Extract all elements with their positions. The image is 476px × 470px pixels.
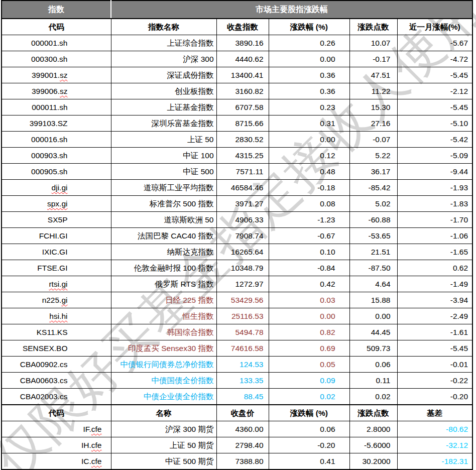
close-index-cell: 46584.46: [216, 180, 269, 196]
pct-change-cell: 0.48: [269, 164, 349, 180]
index-name-cell: 道琼斯欧洲 50: [111, 212, 216, 228]
month-change-cell: -1.06: [397, 228, 472, 244]
points-change-cell: -0.17: [349, 51, 397, 67]
close-index-cell: 1272.97: [216, 276, 269, 292]
code-cell: IXIC.GI: [2, 244, 111, 260]
code-text: 399006.: [32, 87, 60, 95]
points-change-cell: 21.51: [349, 244, 397, 260]
close-index-cell: 8715.66: [216, 115, 269, 132]
col-header-close: 收盘指数: [216, 19, 269, 35]
index-table-row: FCHI.GI 法国巴黎 CAC40 指数 7908.74 -0.67 -53.…: [2, 228, 472, 244]
futures-header-section: 代码 名称 收盘价 涨跌幅 (%) 涨跌点数 基差: [2, 405, 472, 421]
close-index-cell: 6707.58: [216, 99, 269, 115]
code-cell: 000903.sh: [2, 148, 111, 164]
futures-close-cell: 4360.00: [216, 421, 269, 437]
market-index-table: 指数 市场主要股指涨跌幅 代码 指数名称 收盘指数 涨跌幅 (%) 涨跌点数 近…: [1, 0, 473, 470]
index-table-row: IXIC.GI 纳斯达克指数 16265.64 0.10 21.51 -1.65: [2, 244, 472, 260]
index-name-cell: 标准普尔 500 指数: [111, 196, 216, 212]
index-name-cell: 上证 50: [111, 132, 216, 148]
report-page: 仅限好买基金指定接收人使用 指数 市场主要股指涨跌幅 代码 指数名称 收盘指数 …: [0, 0, 476, 470]
pct-change-cell: 0.00: [269, 308, 349, 324]
code-misspell-squiggle: spx.gi: [47, 199, 68, 208]
points-change-cell: 0.06: [349, 357, 397, 373]
code-cell: SENSEX.BO: [2, 340, 111, 357]
table-title-row: 指数 市场主要股指涨跌幅: [2, 1, 472, 19]
month-change-cell: -5.42: [397, 132, 472, 148]
points-change-cell: -53.65: [349, 228, 397, 244]
index-name-cell: 伦敦金融时报 100 指数: [111, 260, 216, 276]
fut-col-header-points-change: 涨跌点数: [349, 405, 397, 421]
index-table-row: 000905.sh 中证 500 7571.11 0.48 36.17 -9.4…: [2, 164, 472, 180]
futures-rows: IF.cfe 沪深 300 期货 4360.00 0.06 2.8000 -80…: [2, 421, 472, 470]
fut-col-header-name: 名称: [111, 405, 216, 421]
points-change-cell: 15.88: [349, 292, 397, 308]
futures-close-cell: 2798.40: [216, 437, 269, 453]
pct-change-cell: 0.31: [269, 115, 349, 132]
month-change-cell: -5.45: [397, 67, 472, 83]
month-change-cell: -5.09: [397, 148, 472, 164]
code-misspell-squiggle: dji.gi: [52, 183, 68, 192]
month-change-cell: 0.62: [397, 260, 472, 276]
col-header-points-change: 涨跌点数: [349, 19, 397, 35]
index-table-row: 000903.sh 中证 100 4315.25 0.12 5.22 -5.09: [2, 148, 472, 164]
code-text: 000011.sh: [32, 103, 67, 111]
index-rows: 000001.sh 上证综合指数 3890.16 0.26 10.07 -5.6…: [2, 35, 472, 405]
close-index-cell: 7571.11: [216, 164, 269, 180]
points-change-cell: 27.16: [349, 115, 397, 132]
index-name-cell: 沪深 300: [111, 51, 216, 67]
pct-change-cell: 0.42: [269, 276, 349, 292]
points-change-cell: 11.22: [349, 83, 397, 99]
code-cell: FTSE.GI: [2, 260, 111, 276]
code-cell: FCHI.GI: [2, 228, 111, 244]
code-text: n225.: [42, 296, 62, 304]
code-text: FCHI.GI: [39, 231, 68, 240]
month-change-cell: -9.44: [397, 164, 472, 180]
close-index-cell: 74616.58: [216, 340, 269, 357]
code-text: 000903.sh: [31, 151, 67, 160]
futures-table-row: IH.cfe 上证 50 期货 2798.40 -0.20 -5.6000 -3…: [2, 437, 472, 453]
index-table-row: 399001.sz 深证成份指数 13400.41 0.36 47.51 -5.…: [2, 67, 472, 83]
futures-code-cell: IH.cfe: [2, 437, 111, 453]
futures-basis-cell: -80.62: [397, 421, 472, 437]
code-misspell-squiggle: cfe: [91, 441, 102, 449]
index-table-row: rtsi.gi 俄罗斯 RTS 指数 1272.97 0.42 4.64 -1.…: [2, 276, 472, 292]
futures-code-cell: IC.cfe: [2, 453, 111, 470]
fut-col-header-basis: 基差: [397, 405, 472, 421]
pct-change-cell: -0.84: [269, 260, 349, 276]
futures-table-row: IC.cfe 中证 500 期货 7388.80 0.41 30.2000 -1…: [2, 453, 472, 470]
index-table-row: FTSE.GI 伦敦金融时报 100 指数 10348.79 -0.84 -87…: [2, 260, 472, 276]
code-cell: hsi.hi: [2, 308, 111, 324]
code-cell: 000016.sh: [2, 132, 111, 148]
points-change-cell: 44.45: [349, 324, 397, 340]
code-text: CBA02003.cs: [20, 392, 68, 401]
index-name-cell: 深证成份指数: [111, 67, 216, 83]
index-table-row: hsi.hi 恒生指数 25116.53 0.00 0.00 -2.49: [2, 308, 472, 324]
futures-pct-change-cell: 0.06: [269, 421, 349, 437]
code-text: 000300.sh: [31, 55, 67, 63]
index-name-cell: 道琼斯工业平均指数: [111, 180, 216, 196]
month-change-cell: -5.45: [397, 99, 472, 115]
table-title: 市场主要股指涨跌幅: [111, 1, 472, 19]
index-name-cell: 深圳乐富基金指数: [111, 115, 216, 132]
index-table-row: 000016.sh 上证 50 2830.52 0.00 -0.07 -5.42: [2, 132, 472, 148]
pct-change-cell: 0.00: [269, 51, 349, 67]
code-text: FTSE.GI: [37, 264, 67, 272]
col-header-code: 代码: [2, 19, 111, 35]
futures-pct-change-cell: 0.41: [269, 453, 349, 470]
index-table-row: CBA00603.cs 中债国债全价指数 133.35 0.09 0.11 -0…: [2, 373, 472, 389]
futures-table-row: IF.cfe 沪深 300 期货 4360.00 0.06 2.8000 -80…: [2, 421, 472, 437]
close-index-cell: 25116.53: [216, 308, 269, 324]
close-index-cell: 133.35: [216, 373, 269, 389]
index-header-row: 代码 指数名称 收盘指数 涨跌幅 (%) 涨跌点数 近一月涨幅(%): [2, 19, 472, 35]
code-misspell-squiggle: sz: [60, 87, 68, 95]
code-cell: rtsi.gi: [2, 276, 111, 292]
code-text: CBA00902.cs: [20, 360, 68, 369]
pct-change-cell: 0.10: [269, 244, 349, 260]
code-cell: 000011.sh: [2, 99, 111, 115]
points-change-cell: 509.73: [349, 340, 397, 357]
code-misspell-squiggle: cfe: [91, 425, 102, 433]
month-change-cell: -1.61: [397, 324, 472, 340]
month-change-cell: -1.83: [397, 196, 472, 212]
index-name-cell: 中债国债全价指数: [111, 373, 216, 389]
pct-change-cell: -0.18: [269, 180, 349, 196]
